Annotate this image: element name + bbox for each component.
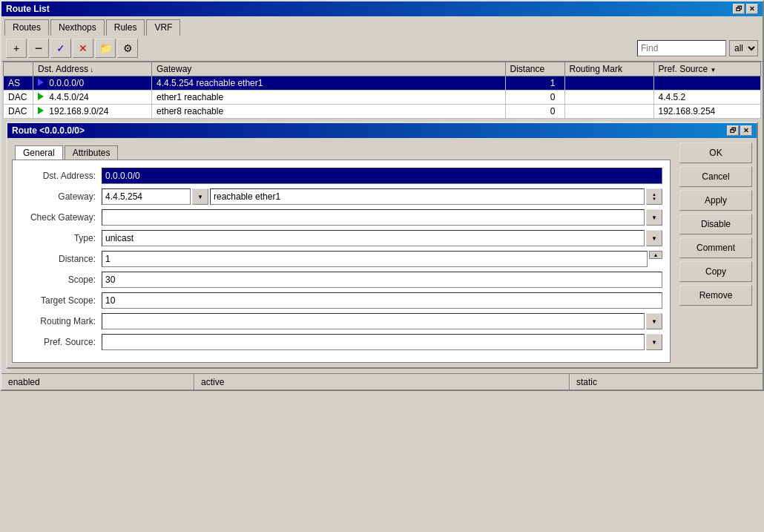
sub-title-bar: Route <0.0.0.0/0> 🗗 ✕	[7, 123, 757, 138]
add-button[interactable]: +	[6, 39, 27, 58]
pref-source-row: Pref. Source: ▼	[20, 334, 662, 350]
row-pref-source: 4.4.5.2	[653, 91, 760, 105]
distance-up[interactable]: ▲	[649, 251, 662, 259]
route-table-container: Dst. Address Gateway Distance Routing Ma…	[1, 62, 763, 373]
comment-button[interactable]: Comment	[679, 237, 752, 258]
type-label: Type:	[20, 233, 102, 243]
tab-general[interactable]: General	[15, 145, 63, 160]
distance-spinner: ▲	[649, 251, 662, 267]
status-active: active	[194, 374, 570, 390]
check-gateway-dropdown[interactable]: ▼	[646, 209, 662, 226]
routing-mark-row: Routing Mark: ▼	[20, 313, 662, 329]
distance-group: ▲	[102, 251, 662, 267]
gateway-type-input[interactable]	[210, 188, 645, 205]
route-form: Dst. Address: Gateway: ▼ ▲▼	[12, 160, 671, 363]
toolbar-right: all	[637, 40, 758, 56]
action-buttons-panel: OK Cancel Apply Disable Comment Copy Rem…	[675, 138, 757, 367]
outer-window-controls: 🗗 ✕	[733, 4, 758, 14]
gateway-row: Gateway: ▼ ▲▼	[20, 188, 662, 205]
row-distance: 0	[505, 105, 564, 119]
outer-window-title: Route List	[6, 4, 50, 14]
type-row: Type: ▼	[20, 230, 662, 246]
tab-nexthops[interactable]: Nexthops	[50, 19, 105, 36]
row-gateway: 4.4.5.254 reachable ether1	[152, 76, 506, 91]
col-routing-mark[interactable]: Routing Mark	[564, 62, 653, 76]
route-toolbar: + − ✓ ✕ 📁 ⚙ all	[1, 36, 763, 62]
scope-input[interactable]	[102, 272, 662, 288]
type-group: ▼	[102, 230, 662, 246]
check-gateway-row: Check Gateway: ▼	[20, 209, 662, 226]
scope-row: Scope:	[20, 272, 662, 288]
row-dst: 4.4.5.0/24	[33, 91, 152, 105]
row-type: AS	[4, 76, 33, 91]
row-routing-mark	[564, 105, 653, 119]
status-static: static	[570, 374, 763, 390]
restore-button[interactable]: 🗗	[733, 4, 745, 14]
target-scope-input[interactable]	[102, 292, 662, 309]
col-gateway[interactable]: Gateway	[152, 62, 506, 76]
check-button[interactable]: ✓	[50, 39, 71, 58]
pref-source-group: ▼	[102, 334, 662, 350]
close-button[interactable]: ✕	[746, 4, 758, 14]
col-dst-address[interactable]: Dst. Address	[33, 62, 152, 76]
row-pref-source: 192.168.9.254	[653, 105, 760, 119]
gateway-label: Gateway:	[20, 191, 102, 202]
gateway-ip-dropdown[interactable]: ▼	[192, 188, 208, 205]
apply-button[interactable]: Apply	[679, 190, 752, 211]
row-routing-mark	[564, 76, 653, 91]
form-area: General Attributes Dst. Address: Gateway…	[7, 138, 675, 367]
type-dropdown[interactable]: ▼	[646, 230, 662, 246]
table-row[interactable]: DAC 4.4.5.0/24 ether1 reachable 0 4.4.5.…	[4, 91, 761, 105]
status-enabled: enabled	[1, 374, 194, 390]
tab-routes[interactable]: Routes	[4, 19, 49, 36]
type-input[interactable]	[102, 230, 645, 246]
route-table: Dst. Address Gateway Distance Routing Ma…	[3, 62, 761, 119]
routing-mark-input[interactable]	[102, 313, 645, 329]
routing-mark-dropdown[interactable]: ▼	[646, 313, 662, 329]
table-row[interactable]: AS 0.0.0.0/0 4.4.5.254 reachable ether1 …	[4, 76, 761, 91]
find-input[interactable]	[637, 40, 726, 56]
sub-close-button[interactable]: ✕	[740, 125, 752, 136]
dst-address-input[interactable]	[102, 168, 662, 184]
outer-title-bar: Route List 🗗 ✕	[1, 1, 763, 16]
row-dst: 192.168.9.0/24	[33, 105, 152, 119]
tab-attributes[interactable]: Attributes	[65, 145, 119, 160]
distance-row: Distance: ▲	[20, 251, 662, 267]
remove-button[interactable]: Remove	[679, 285, 752, 306]
table-row[interactable]: DAC 192.168.9.0/24 ether8 reachable 0 19…	[4, 105, 761, 119]
tab-rules[interactable]: Rules	[106, 19, 145, 36]
sub-restore-button[interactable]: 🗗	[727, 125, 739, 136]
distance-input[interactable]	[102, 251, 648, 267]
routing-mark-label: Routing Mark:	[20, 316, 102, 326]
find-dropdown[interactable]: all	[729, 40, 758, 56]
col-pref-source[interactable]: Pref. Source ▼	[653, 62, 760, 76]
target-scope-row: Target Scope:	[20, 292, 662, 309]
cancel-button[interactable]: Cancel	[679, 166, 752, 187]
pref-source-input[interactable]	[102, 334, 645, 350]
cross-button[interactable]: ✕	[73, 39, 93, 58]
row-type: DAC	[4, 105, 33, 119]
gateway-ip-input[interactable]	[102, 188, 191, 205]
dst-address-row: Dst. Address:	[20, 168, 662, 184]
route-detail-window: Route <0.0.0.0/0> 🗗 ✕ General Attributes	[6, 122, 758, 369]
dst-address-label: Dst. Address:	[20, 171, 102, 181]
disable-button[interactable]: Disable	[679, 214, 752, 234]
pref-source-label: Pref. Source:	[20, 337, 102, 347]
col-type	[4, 62, 33, 76]
col-distance[interactable]: Distance	[505, 62, 564, 76]
ok-button[interactable]: OK	[679, 142, 752, 163]
gateway-type-up[interactable]: ▲▼	[646, 188, 662, 205]
sub-window-controls: 🗗 ✕	[727, 125, 752, 136]
row-pref-source	[653, 76, 760, 91]
status-bar: enabled active static	[1, 373, 763, 390]
tab-vrf[interactable]: VRF	[146, 19, 180, 36]
copy-button[interactable]: Copy	[679, 261, 752, 282]
pref-source-dropdown[interactable]: ▼	[646, 334, 662, 350]
check-gateway-input[interactable]	[102, 209, 645, 226]
folder-button[interactable]: 📁	[95, 39, 116, 58]
filter-button[interactable]: ⚙	[117, 39, 138, 58]
remove-button[interactable]: −	[28, 39, 49, 58]
route-list-window: Route List 🗗 ✕ Routes Nexthops Rules VRF…	[0, 0, 764, 391]
check-gateway-label: Check Gateway:	[20, 212, 102, 223]
row-type: DAC	[4, 91, 33, 105]
